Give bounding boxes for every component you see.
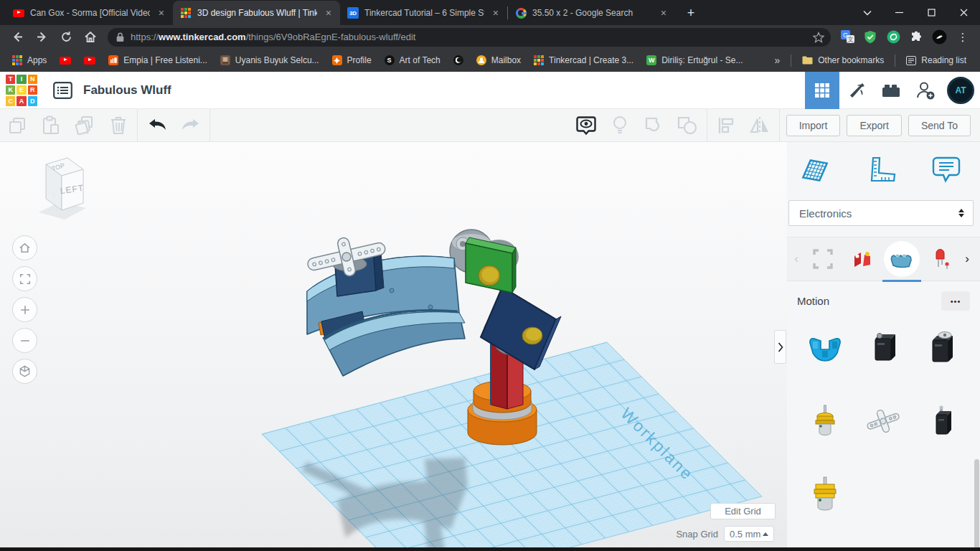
restore-button[interactable] (915, 0, 948, 25)
minimize-button[interactable] (883, 0, 915, 25)
toolbar-separator (707, 109, 707, 141)
bookmark-unlabeled[interactable] (448, 53, 468, 67)
browser-address-bar: https://www.tinkercad.com/things/6V9obRa… (0, 25, 980, 49)
bookmark-youtube-1[interactable] (55, 55, 76, 67)
snap-grid-select[interactable]: 0.5 mm (724, 526, 774, 542)
shield-extension-icon[interactable] (859, 27, 881, 47)
bookmark-apps[interactable]: Apps (7, 53, 52, 67)
category-select[interactable]: Electronics (788, 200, 974, 226)
part-servo[interactable] (863, 328, 903, 368)
bookmark-mailbox[interactable]: Mailbox (471, 53, 526, 67)
category-leds[interactable] (921, 240, 960, 278)
translate-extension-icon[interactable]: G文 (837, 27, 858, 47)
bookmark-art-of-tech[interactable]: S Art of Tech (380, 53, 446, 67)
reading-list-icon (906, 56, 916, 65)
extensions-puzzle-icon[interactable] (905, 27, 927, 47)
bookmark-dirilis[interactable]: W Diriliş: Ertuğrul - Se... (641, 53, 748, 67)
category-basic-shapes[interactable] (804, 240, 842, 278)
redo-button[interactable] (174, 110, 207, 141)
other-bookmarks-button[interactable]: Other bookmarks (797, 53, 889, 67)
minecraft-export-button[interactable] (839, 72, 874, 109)
copy-button[interactable] (0, 110, 34, 141)
close-icon[interactable]: × (658, 6, 669, 19)
panel-tools (787, 142, 980, 193)
tinker-3d-tab-button[interactable] (805, 72, 839, 109)
blocks-button[interactable] (874, 72, 908, 109)
new-tab-button[interactable]: + (681, 3, 701, 23)
bookmark-star-icon[interactable] (809, 28, 828, 47)
category-connectors[interactable] (844, 240, 882, 278)
url-scheme: https:// (131, 32, 159, 42)
duplicate-button[interactable] (67, 110, 101, 141)
forward-button[interactable] (30, 27, 53, 47)
collapse-panel-button[interactable] (774, 330, 786, 364)
home-view-button[interactable] (12, 235, 37, 260)
part-servo-mount[interactable] (805, 328, 845, 368)
tinkercad-logo[interactable]: TINKERCAD (6, 75, 37, 106)
google-icon (515, 7, 527, 19)
show-all-button[interactable] (570, 110, 603, 141)
reload-button[interactable] (55, 27, 77, 47)
align-button[interactable] (710, 110, 743, 141)
ungroup-button[interactable] (671, 110, 705, 141)
browser-profile-avatar[interactable] (928, 27, 950, 47)
carousel-next-button[interactable]: › (961, 252, 974, 266)
window-menu-button[interactable] (851, 0, 883, 25)
url-bar[interactable]: https://www.tinkercad.com/things/6V9obRa… (108, 28, 831, 47)
tinkercad-favicon (180, 7, 192, 19)
carousel-prev-button[interactable]: ‹ (790, 252, 803, 266)
reading-list-button[interactable]: Reading list (901, 53, 971, 67)
bookmarks-overflow-button[interactable]: » (769, 52, 785, 68)
account-avatar[interactable]: AT (947, 77, 974, 104)
group-button[interactable] (637, 110, 671, 141)
close-icon[interactable]: × (323, 6, 334, 19)
bookmark-uyanis[interactable]: Uyanis Buyuk Selcu... (215, 53, 324, 67)
category-motion-active[interactable] (884, 241, 920, 277)
close-icon[interactable]: × (490, 6, 501, 19)
panel-scrollbar[interactable] (974, 459, 979, 550)
back-button[interactable] (6, 27, 29, 47)
design-properties-button[interactable] (50, 80, 75, 101)
tab-tutorial[interactable]: 3D Tinkercad Tutorial – 6 Simple Ste × (340, 1, 507, 25)
tips-button[interactable] (603, 110, 637, 141)
section-header: Motion ••• (787, 281, 980, 311)
bookmark-profile[interactable]: Profile (327, 53, 377, 67)
paste-button[interactable] (34, 110, 67, 141)
invite-collaborator-button[interactable] (908, 72, 943, 109)
zoom-out-button[interactable] (12, 328, 37, 353)
tab-tinkercad-design[interactable]: 3D design Fabulous Wluff | Tinke × (173, 1, 340, 25)
window-close-button[interactable] (948, 0, 980, 25)
close-icon[interactable]: × (156, 6, 167, 19)
bookmark-empia[interactable]: Empia | Free Listeni... (103, 53, 212, 67)
tab-youtube[interactable]: Can Gox - Sorma [Official Video] × (6, 1, 173, 25)
part-micro-gearmotor[interactable] (805, 401, 845, 441)
send-to-button[interactable]: Send To (908, 115, 971, 136)
toolbar-separator (779, 109, 780, 141)
tab-google-search[interactable]: 35.50 x 2 - Google Search × (508, 1, 675, 25)
bookmark-tinkercad[interactable]: Tinkercad | Create 3... (529, 53, 639, 67)
ruler-tool-button[interactable] (863, 151, 899, 189)
export-button[interactable]: Export (847, 115, 901, 136)
undo-button[interactable] (140, 110, 174, 141)
fit-view-button[interactable] (12, 266, 37, 291)
part-servo-continuous[interactable] (922, 328, 962, 368)
view-cube[interactable]: TOP LEFT ····· (11, 149, 92, 224)
part-micro-servo[interactable] (922, 401, 962, 441)
workplane-tool-button[interactable] (797, 151, 833, 189)
part-gearmotor[interactable] (805, 474, 845, 514)
vpn-extension-icon[interactable] (882, 27, 904, 47)
part-servo-horn[interactable] (863, 401, 903, 441)
mirror-button[interactable] (743, 110, 777, 141)
perspective-toggle-button[interactable] (12, 359, 37, 384)
3d-viewport[interactable]: Workplane (0, 142, 787, 551)
frame-icon (811, 247, 835, 271)
import-button[interactable]: Import (786, 115, 841, 136)
zoom-in-button[interactable] (12, 297, 37, 322)
more-options-button[interactable]: ••• (941, 291, 970, 311)
browser-menu-button[interactable]: ⋮ (951, 27, 974, 47)
delete-button[interactable] (101, 110, 135, 141)
browser-home-button[interactable] (79, 27, 102, 47)
bookmark-youtube-2[interactable] (79, 55, 100, 67)
notes-tool-button[interactable] (928, 151, 964, 189)
edit-grid-button[interactable]: Edit Grid (710, 503, 776, 519)
